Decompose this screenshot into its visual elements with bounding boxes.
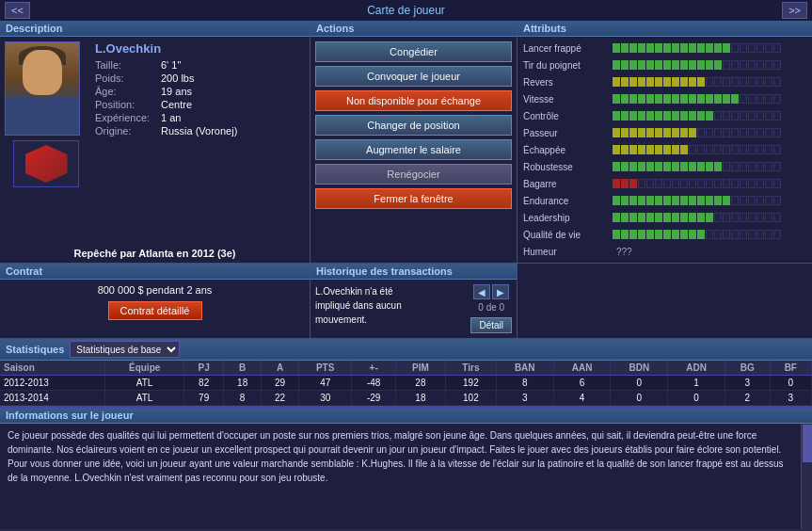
contract-header: Contrat (0, 264, 310, 280)
stats-col-header: BG (725, 361, 771, 376)
attributs-content: Lancer frappéTir du poignetReversVitesse… (517, 37, 812, 263)
title-bar: << Carte de joueur >> (0, 0, 812, 21)
attr-row: Échappée (523, 142, 806, 157)
attr-name: Humeur (523, 247, 613, 257)
stats-title: Statistiques (6, 344, 64, 355)
attr-bar-container (613, 111, 806, 121)
hist-next-button[interactable]: ▶ (492, 284, 509, 299)
table-cell: 0 (611, 391, 668, 406)
window-title: Carte de joueur (30, 4, 782, 17)
congedier-button[interactable]: Congédier (315, 41, 512, 62)
team-logo (13, 140, 79, 187)
table-cell: 6 (553, 376, 611, 391)
attributs-bottom-spacer (517, 264, 812, 338)
actions-panel: Actions Congédier Convoquer le joueur No… (310, 21, 517, 263)
attr-row: Revers (523, 74, 806, 89)
table-cell: ATL (105, 391, 184, 406)
main-window: << Carte de joueur >> Description (0, 0, 812, 531)
table-cell: 102 (445, 391, 496, 406)
attr-row: Lancer frappé (523, 40, 806, 56)
attributs-panel: Attributs Lancer frappéTir du poignetRev… (517, 21, 812, 263)
attr-bar-container (613, 60, 806, 70)
attr-bar (613, 94, 781, 104)
stats-col-header: Tirs (445, 361, 496, 376)
attr-bar-container: ??? (613, 247, 806, 257)
stats-col-header: B (224, 361, 262, 376)
table-cell: 0 (611, 376, 668, 391)
info-header: Informations sur le joueur (0, 408, 812, 424)
drafted-text: Repêché par Atlanta en 2012 (3e) (0, 244, 310, 263)
hist-page: 0 de 0 (478, 302, 504, 313)
non-dispo-button[interactable]: Non disponible pour échange (315, 90, 512, 111)
description-content: L.Ovechkin Taille: 6' 1" Poids: 200 lbs … (0, 37, 310, 244)
player-info: L.Ovechkin Taille: 6' 1" Poids: 200 lbs … (95, 41, 305, 239)
prev-button[interactable]: << (5, 2, 30, 19)
stats-col-header: PIM (395, 361, 445, 376)
historique-text: L.Ovechkin n'a étéimpliqué dans aucunmou… (315, 284, 470, 333)
hist-prev-button[interactable]: ◀ (473, 284, 490, 299)
renegocier-button[interactable]: Renégocier (315, 164, 512, 185)
attr-name: Passeur (523, 128, 613, 138)
table-row: 2012-2013ATL82182947-4828192860130 (0, 376, 812, 391)
attr-row: Contrôle (523, 108, 806, 123)
attr-row: Bagarre (523, 176, 806, 191)
attr-bar (613, 43, 781, 53)
stats-table: SaisonÉquipePJBAPTS+-PIMTirsBANAANBDNADN… (0, 361, 812, 406)
table-cell: 82 (184, 376, 224, 391)
table-cell: 0 (770, 376, 811, 391)
stats-col-header: BAN (496, 361, 553, 376)
stats-dropdown[interactable]: Statistiques de base (70, 341, 180, 358)
attr-row: Humeur??? (523, 244, 806, 259)
info-scrollbar[interactable] (801, 424, 812, 529)
attr-bar-container (613, 230, 806, 239)
attr-bar-container (613, 162, 806, 171)
attr-bar-container (613, 196, 806, 205)
table-cell: 3 (725, 376, 771, 391)
augmenter-salaire-button[interactable]: Augmenter le salaire (315, 139, 512, 160)
experience-label: Expérience: (95, 112, 161, 123)
table-cell: 3 (496, 391, 553, 406)
taille-label: Taille: (95, 59, 161, 71)
attr-name: Robustesse (523, 162, 613, 172)
description-panel: Description L.Ovechkin (0, 21, 310, 263)
actions-content: Congédier Convoquer le joueur Non dispon… (310, 37, 517, 214)
table-cell: 29 (262, 376, 299, 391)
attr-bar (613, 162, 781, 171)
position-label: Position: (95, 99, 161, 110)
table-cell: 2 (725, 391, 771, 406)
attr-bar (613, 111, 781, 121)
table-cell: 2012-2013 (0, 376, 105, 391)
contract-detail-button[interactable]: Contrat détaillé (108, 301, 202, 320)
table-cell: 18 (395, 391, 445, 406)
next-button[interactable]: >> (782, 2, 807, 19)
position-value: Centre (161, 99, 192, 110)
stats-col-header: BDN (611, 361, 668, 376)
attr-bar-container (613, 213, 806, 222)
info-text: Ce joueur possède des qualités qui lui p… (0, 424, 801, 529)
attr-text-value: ??? (616, 247, 632, 257)
hist-detail-button[interactable]: Détail (470, 317, 512, 333)
contract-panel: Contrat 800 000 $ pendant 2 ans Contrat … (0, 264, 310, 338)
fermer-button[interactable]: Fermer la fenêtre (315, 188, 512, 209)
attr-name: Qualité de vie (523, 230, 613, 240)
attr-bar (613, 77, 781, 87)
stats-table-container: SaisonÉquipePJBAPTS+-PIMTirsBANAANBDNADN… (0, 361, 812, 406)
table-cell: 1 (668, 376, 725, 391)
stats-col-header: ADN (668, 361, 725, 376)
changer-position-button[interactable]: Changer de position (315, 115, 512, 136)
attr-row: Qualité de vie (523, 227, 806, 242)
convoquer-button[interactable]: Convoquer le joueur (315, 66, 512, 87)
attr-row: Leadership (523, 210, 806, 225)
row2: Contrat 800 000 $ pendant 2 ans Contrat … (0, 264, 812, 339)
table-cell: 3 (770, 391, 811, 406)
actions-header: Actions (310, 21, 517, 37)
table-cell: -29 (352, 391, 395, 406)
attr-name: Contrôle (523, 111, 613, 121)
poids-label: Poids: (95, 72, 161, 84)
attr-bar-container (613, 77, 806, 87)
player-photo (5, 41, 80, 136)
origine-label: Origine: (95, 125, 161, 137)
age-value: 19 ans (161, 86, 192, 97)
attr-bar (613, 128, 781, 137)
historique-header: Historique des transactions (310, 264, 517, 280)
